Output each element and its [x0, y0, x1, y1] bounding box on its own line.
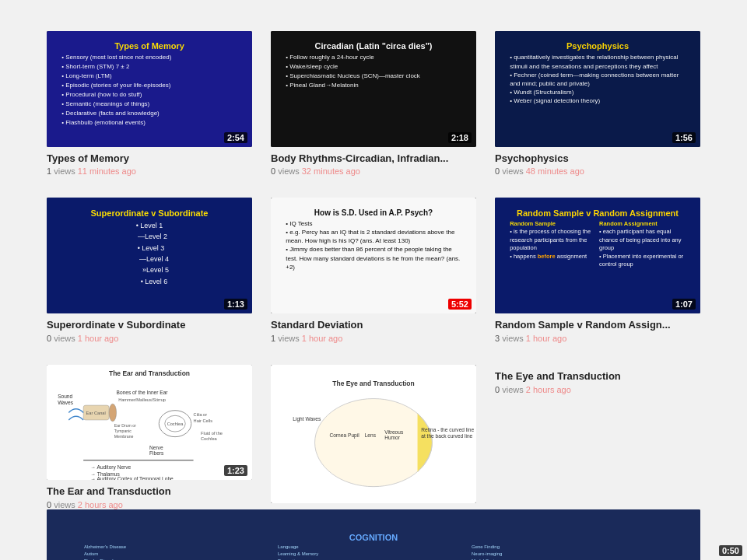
- video-card-random-sample[interactable]: Random Sample v Random Assignment Random…: [495, 198, 700, 342]
- video-card-body-rhythms[interactable]: Circadian (Latin "circa dies") Follow ro…: [271, 31, 476, 176]
- svg-text:Ear Drum or: Ear Drum or: [114, 423, 136, 428]
- duration-badge: 1:07: [672, 299, 696, 310]
- svg-text:The Ear and Transduction: The Ear and Transduction: [109, 369, 190, 377]
- svg-text:Cornea: Cornea: [329, 432, 346, 437]
- time-ago: 48 minutes ago: [526, 166, 584, 176]
- time-ago: 2 hours ago: [526, 385, 571, 394]
- duration-badge: 2:54: [224, 132, 247, 143]
- svg-text:at the back curved line: at the back curved line: [421, 433, 472, 439]
- video-card-cognition[interactable]: COGNITION Alzheimer's Disease Language G…: [47, 509, 700, 560]
- view-count: 0: [47, 334, 51, 343]
- thumb-title: Superordinate v Subordinate: [91, 208, 209, 218]
- thumb-title: COGNITION: [349, 533, 398, 542]
- view-count: 1: [271, 334, 275, 343]
- thumbnail-ear[interactable]: The Ear and Transduction Sound Waves Ear…: [47, 365, 252, 481]
- svg-text:Nerve: Nerve: [149, 444, 163, 450]
- svg-text:Hair Cells: Hair Cells: [194, 418, 213, 423]
- svg-point-27: [315, 398, 433, 486]
- video-card-standard-deviation[interactable]: How is S.D. Used in A.P. Psych? • IQ Tes…: [271, 198, 476, 342]
- svg-text:Hammer/Malleus/Stirrup: Hammer/Malleus/Stirrup: [118, 397, 166, 402]
- thumbnail-random-sample[interactable]: Random Sample v Random Assignment Random…: [495, 198, 700, 313]
- video-card-ear[interactable]: The Ear and Transduction Sound Waves Ear…: [47, 365, 252, 509]
- svg-text:Humor: Humor: [384, 435, 401, 440]
- video-card-types-of-memory[interactable]: Types of Memory Sensory (most lost since…: [47, 31, 252, 176]
- video-meta: 1 views 11 minutes ago: [47, 166, 252, 176]
- thumbnail-body-rhythms[interactable]: Circadian (Latin "circa dies") Follow ro…: [271, 31, 476, 147]
- video-title: Types of Memory: [47, 152, 252, 166]
- thumb-title: Psychophysics: [566, 41, 629, 51]
- svg-text:Waves: Waves: [58, 400, 74, 405]
- video-title: Random Sample v Random Assign...: [495, 319, 700, 332]
- duration-badge: 1:13: [224, 299, 247, 310]
- video-title: Standard Deviation: [271, 319, 476, 332]
- thumb-title: Random Sample v Random Assignment: [517, 208, 679, 218]
- thumbnail-types-of-memory[interactable]: Types of Memory Sensory (most lost since…: [47, 31, 252, 147]
- video-card-psychophysics[interactable]: Psychophysics • quantitatively investiga…: [495, 31, 700, 176]
- duration-badge: 1:23: [224, 465, 247, 476]
- time-ago: 32 minutes ago: [302, 166, 360, 176]
- video-title: The Ear and Transduction: [47, 485, 252, 499]
- time-ago: 1 hour ago: [78, 334, 119, 343]
- video-meta: 0 views 1 hour ago: [47, 334, 252, 343]
- svg-text:Cochlea: Cochlea: [167, 422, 184, 426]
- svg-text:Bones of the Inner Ear: Bones of the Inner Ear: [117, 390, 169, 395]
- video-meta: 0 views 48 minutes ago: [495, 166, 700, 176]
- thumb-title: Types of Memory: [114, 41, 184, 51]
- video-info: Superordinate v Subordinate 0 views 1 ho…: [47, 319, 252, 343]
- time-ago: 1 hour ago: [302, 334, 343, 343]
- video-card-eye[interactable]: The Eye and Transduction Light Waves Cor…: [271, 365, 476, 509]
- svg-text:Pupil: Pupil: [348, 432, 359, 438]
- video-info: The Ear and Transduction 0 views 2 hours…: [47, 485, 252, 509]
- svg-text:Ear Canal: Ear Canal: [86, 411, 106, 415]
- view-count: 0: [495, 166, 500, 176]
- svg-text:Light Waves: Light Waves: [293, 416, 321, 422]
- view-count: 1: [47, 166, 51, 176]
- video-title: Psychophysics: [495, 152, 700, 166]
- thumbnail-standard-deviation[interactable]: How is S.D. Used in A.P. Psych? • IQ Tes…: [271, 198, 476, 313]
- video-info: Types of Memory 1 views 11 minutes ago: [47, 152, 252, 177]
- svg-text:Cilia or: Cilia or: [194, 412, 208, 417]
- video-info: Body Rhythms-Circadian, Infradian... 0 v…: [271, 152, 476, 177]
- video-title: Body Rhythms-Circadian, Infradian...: [271, 152, 476, 166]
- duration-badge: 2:18: [448, 132, 472, 143]
- time-ago: 1 hour ago: [526, 334, 567, 343]
- svg-text:The Eye and Transduction: The Eye and Transduction: [332, 380, 414, 387]
- video-meta: 0 views 2 hours ago: [47, 500, 252, 509]
- video-title: Superordinate v Subordinate: [47, 319, 252, 332]
- svg-point-6: [109, 404, 116, 422]
- view-count: 0: [495, 385, 500, 394]
- video-info: Random Sample v Random Assign... 3 views…: [495, 319, 700, 343]
- view-count: 3: [495, 334, 500, 343]
- svg-text:Retina - the curved line: Retina - the curved line: [421, 427, 474, 432]
- svg-text:Membrane: Membrane: [114, 433, 134, 438]
- thumbnail-cognition[interactable]: COGNITION Alzheimer's Disease Language G…: [47, 509, 700, 560]
- video-info: Psychophysics 0 views 48 minutes ago: [495, 152, 700, 177]
- video-card-superordinate[interactable]: Superordinate v Subordinate • Level 1 —L…: [47, 198, 252, 342]
- video-meta: 3 views 1 hour ago: [495, 334, 700, 343]
- video-info: The Eye and Transduction 0 views 2 hours…: [495, 370, 700, 509]
- duration-badge: 0:50: [719, 545, 742, 556]
- svg-text:Sound: Sound: [58, 393, 72, 398]
- svg-text:→ Auditory Cortex of Temporal : → Auditory Cortex of Temporal Lobe: [91, 476, 174, 480]
- video-title: The Eye and Transduction: [495, 370, 700, 383]
- svg-text:→ Auditory Nerve: → Auditory Nerve: [91, 464, 132, 471]
- svg-text:Fluid of the: Fluid of the: [201, 431, 223, 436]
- svg-text:Fibers: Fibers: [149, 450, 164, 456]
- thumb-title: Circadian (Latin "circa dies"): [314, 41, 432, 51]
- video-meta: 0 views 2 hours ago: [495, 385, 700, 394]
- view-count: 0: [47, 500, 51, 509]
- svg-text:Vitreous: Vitreous: [384, 429, 404, 435]
- thumbnail-eye[interactable]: The Eye and Transduction Light Waves Cor…: [271, 365, 476, 504]
- thumbnail-psychophysics[interactable]: Psychophysics • quantitatively investiga…: [495, 31, 700, 147]
- thumbnail-superordinate[interactable]: Superordinate v Subordinate • Level 1 —L…: [47, 198, 252, 313]
- svg-rect-0: [47, 365, 252, 480]
- svg-text:Tympanic: Tympanic: [114, 429, 132, 433]
- time-ago: 2 hours ago: [78, 500, 123, 509]
- video-info: Standard Deviation 1 views 1 hour ago: [271, 319, 476, 343]
- duration-badge: 5:52: [448, 299, 472, 310]
- view-count: 0: [271, 166, 275, 176]
- time-ago: 11 minutes ago: [78, 166, 136, 176]
- svg-text:Cochlea: Cochlea: [201, 436, 218, 441]
- video-grid: Types of Memory Sensory (most lost since…: [47, 31, 700, 509]
- video-meta: 0 views 32 minutes ago: [271, 166, 476, 176]
